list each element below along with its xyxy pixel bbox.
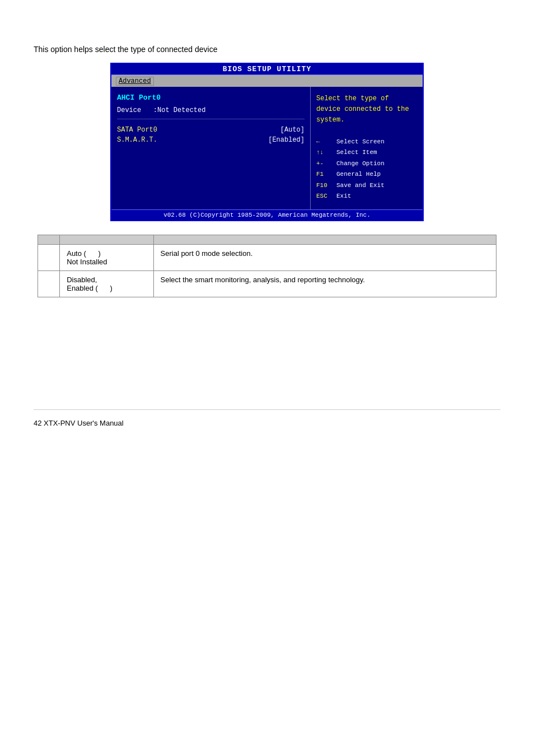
table-header-col2 [60, 235, 153, 244]
intro-text: This option helps select the type of con… [34, 45, 500, 54]
table-cell-col1-row1 [38, 244, 60, 270]
bios-shortcuts: ← Select Screen ↑↓ Select Item +- Change… [316, 137, 417, 201]
shortcut-key-plusminus: +- [316, 159, 336, 169]
bios-container: BIOS SETUP UTILITY Advanced AHCI Port0 D… [110, 63, 424, 221]
bios-device-row: Device :Not Detected [117, 106, 305, 119]
shortcut-select-item: ↑↓ Select Item [316, 148, 417, 157]
shortcut-change-option: +- Change Option [316, 159, 417, 169]
bios-section-title: AHCI Port0 [117, 94, 305, 102]
table-cell-col1-row2 [38, 270, 60, 297]
page-footer: 42 XTX-PNV User's Manual [34, 409, 500, 427]
info-table: Auto ( )Not Installed Serial port 0 mode… [38, 235, 496, 297]
shortcut-key-f1: F1 [316, 170, 336, 179]
table-header-col1 [38, 235, 60, 244]
shortcut-desc-select-screen: Select Screen [336, 137, 385, 147]
footer-text: 42 XTX-PNV User's Manual [34, 419, 124, 427]
bios-left-panel: AHCI Port0 Device :Not Detected SATA Por… [111, 87, 311, 209]
bios-body: AHCI Port0 Device :Not Detected SATA Por… [111, 87, 423, 209]
shortcut-desc-change-option: Change Option [336, 159, 385, 169]
bios-device-label: Device [117, 106, 141, 114]
table-cell-col2-row2: Disabled,Enabled ( ) [60, 270, 153, 297]
shortcut-key-esc: ESC [316, 192, 336, 201]
bios-footer: v02.68 (C)Copyright 1985-2009, American … [111, 209, 423, 220]
bios-item-smart-label: S.M.A.R.T. [117, 136, 157, 144]
bios-item-smart-value: [Enabled] [268, 136, 305, 144]
bios-device-value: :Not Detected [153, 106, 206, 114]
shortcut-desc-select-item: Select Item [336, 148, 377, 157]
shortcut-save-exit: F10 Save and Exit [316, 181, 417, 190]
shortcut-exit: ESC Exit [316, 192, 417, 201]
bios-item-smart[interactable]: S.M.A.R.T. [Enabled] [117, 136, 305, 144]
table-header-col3 [153, 235, 496, 244]
table-row: Disabled,Enabled ( ) Select the smart mo… [38, 270, 496, 297]
bios-item-sata[interactable]: SATA Port0 [Auto] [117, 126, 305, 134]
shortcut-desc-save-exit: Save and Exit [336, 181, 385, 190]
bios-item-sata-label: SATA Port0 [117, 126, 157, 134]
shortcut-select-screen: ← Select Screen [316, 137, 417, 147]
shortcut-key-f10: F10 [316, 181, 336, 190]
table-cell-col3-row2: Select the smart monitoring, analysis, a… [153, 270, 496, 297]
shortcut-desc-general-help: General Help [336, 170, 381, 179]
bios-tab-bar: Advanced [111, 75, 423, 87]
table-cell-col3-row1: Serial port 0 mode selection. [153, 244, 496, 270]
shortcut-general-help: F1 General Help [316, 170, 417, 179]
table-cell-col2-row1: Auto ( )Not Installed [60, 244, 153, 270]
bios-tab-advanced[interactable]: Advanced [116, 77, 154, 86]
shortcut-desc-exit: Exit [336, 192, 351, 201]
bios-right-panel: Select the type of device connected to t… [311, 87, 423, 209]
bios-title: BIOS SETUP UTILITY [111, 64, 423, 75]
table-row: Auto ( )Not Installed Serial port 0 mode… [38, 244, 496, 270]
shortcut-key-arrows: ← [316, 137, 336, 147]
bios-help-text: Select the type of device connected to t… [316, 94, 417, 126]
shortcut-key-updown: ↑↓ [316, 148, 336, 157]
bios-item-sata-value: [Auto] [280, 126, 305, 134]
